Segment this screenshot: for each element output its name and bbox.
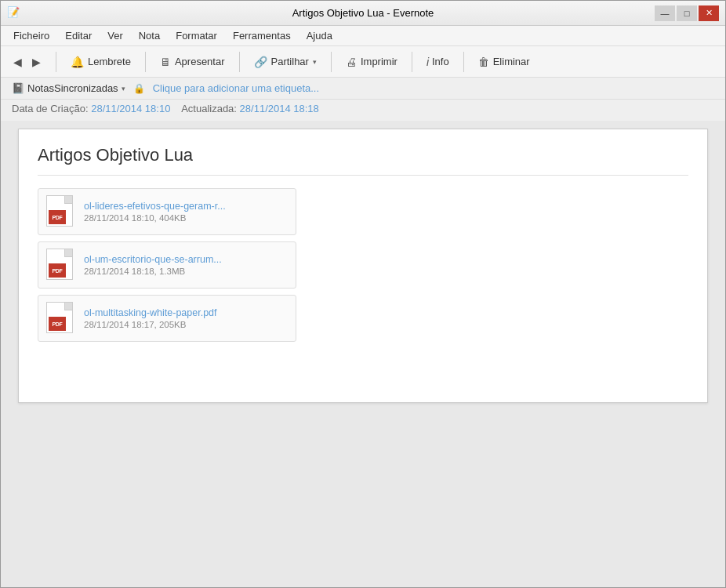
toolbar-separator-2: [145, 52, 146, 72]
file-name: ol-lideres-efetivos-que-geram-r...: [84, 201, 226, 212]
file-list: PDF ol-lideres-efetivos-que-geram-r... 2…: [38, 188, 688, 342]
menu-ajuda[interactable]: Ajuda: [300, 27, 339, 44]
file-page-icon: PDF: [46, 195, 73, 227]
toolbar-separator-3: [239, 52, 240, 72]
menu-editar[interactable]: Editar: [59, 27, 98, 44]
file-item[interactable]: PDF ol-multitasking-white-paper.pdf 28/1…: [38, 295, 296, 342]
note-area: 📓 NotasSincronizadas ▾ 🔒 Clique para adi…: [1, 78, 725, 587]
file-info: ol-um-escritorio-que-se-arrum... 28/11/2…: [84, 254, 222, 276]
notebook-dropdown-arrow: ▾: [122, 85, 125, 93]
info-label: Info: [432, 56, 449, 67]
pdf-text: PDF: [52, 268, 62, 274]
file-info: ol-lideres-efetivos-que-geram-r... 28/11…: [84, 201, 226, 223]
notebook-name: NotasSincronizadas: [27, 82, 118, 94]
menu-ver[interactable]: Ver: [101, 27, 129, 44]
note-content: Artigos Objetivo Lua PDF ol-lider: [18, 129, 708, 403]
file-icon-wrapper: PDF: [46, 195, 76, 228]
menu-bar: Ficheiro Editar Ver Nota Formatar Ferram…: [1, 26, 725, 46]
present-button[interactable]: 🖥 Apresentar: [152, 53, 233, 71]
minimize-button[interactable]: —: [655, 5, 675, 21]
print-button[interactable]: 🖨 Imprimir: [338, 53, 405, 71]
share-button[interactable]: 🔗 Partilhar ▾: [246, 53, 325, 71]
toolbar-separator-5: [412, 52, 412, 72]
file-meta: 28/11/2014 18:18, 1.3MB: [84, 267, 222, 276]
file-info: ol-multitasking-white-paper.pdf 28/11/20…: [84, 307, 217, 329]
nav-buttons: ◀ ▶: [9, 53, 45, 71]
share-arrow: ▾: [313, 58, 317, 66]
file-name: ol-um-escritorio-que-se-arrum...: [84, 254, 222, 265]
reminder-icon: 🔔: [71, 56, 84, 68]
info-button[interactable]: i Info: [419, 53, 457, 71]
note-content-wrapper: Artigos Objetivo Lua PDF ol-lider: [1, 121, 725, 587]
window-controls: — □ ✕: [655, 5, 719, 21]
app-window: 📝 Artigos Objetivo Lua - Evernote — □ ✕ …: [0, 0, 726, 588]
app-icon: 📝: [7, 6, 21, 20]
toolbar-separator-4: [331, 52, 332, 72]
present-label: Apresentar: [175, 56, 225, 67]
note-title: Artigos Objetivo Lua: [38, 145, 688, 176]
date-bar: Data de Criação: 28/11/2014 18:10 Actual…: [1, 100, 725, 121]
print-icon: 🖨: [346, 56, 357, 68]
file-icon-wrapper: PDF: [46, 249, 76, 281]
nav-back-button[interactable]: ◀: [9, 53, 26, 71]
pdf-badge: PDF: [49, 210, 66, 224]
title-bar: 📝 Artigos Objetivo Lua - Evernote — □ ✕: [1, 1, 725, 26]
updated-date: 28/11/2014 18:18: [240, 103, 319, 114]
pdf-text: PDF: [52, 321, 62, 327]
pdf-badge: PDF: [49, 317, 66, 331]
file-meta: 28/11/2014 18:17, 205KB: [84, 320, 217, 329]
window-title: Artigos Objetivo Lua - Evernote: [292, 7, 434, 19]
updated-label: Actualizada:: [181, 103, 237, 114]
menu-nota[interactable]: Nota: [132, 27, 166, 44]
created-date: 28/11/2014 18:10: [91, 103, 170, 114]
file-meta: 28/11/2014 18:10, 404KB: [84, 213, 226, 223]
nav-forward-button[interactable]: ▶: [27, 53, 45, 71]
note-meta-bar: 📓 NotasSincronizadas ▾ 🔒 Clique para adi…: [1, 78, 725, 100]
reminder-button[interactable]: 🔔 Lembrete: [63, 53, 139, 71]
reminder-label: Lembrete: [88, 56, 131, 67]
toolbar-separator-6: [463, 52, 464, 72]
file-page-icon: PDF: [46, 302, 73, 333]
delete-label: Eliminar: [493, 56, 530, 67]
maximize-button[interactable]: □: [677, 5, 697, 21]
pdf-text: PDF: [52, 215, 62, 220]
toolbar-separator-1: [56, 52, 56, 72]
present-icon: 🖥: [160, 56, 171, 68]
pdf-badge: PDF: [49, 263, 66, 278]
share-label: Partilhar: [271, 56, 309, 67]
menu-ficheiro[interactable]: Ficheiro: [7, 27, 56, 44]
toolbar: ◀ ▶ 🔔 Lembrete 🖥 Apresentar 🔗 Partilhar …: [1, 46, 725, 78]
file-name: ol-multitasking-white-paper.pdf: [84, 307, 217, 318]
delete-button[interactable]: 🗑 Eliminar: [470, 53, 538, 71]
lock-icon: 🔒: [133, 83, 145, 94]
info-icon: i: [427, 56, 429, 68]
file-icon-wrapper: PDF: [46, 302, 76, 335]
menu-ferramentas[interactable]: Ferramentas: [227, 27, 297, 44]
file-item[interactable]: PDF ol-um-escritorio-que-se-arrum... 28/…: [38, 241, 296, 289]
notebook-selector[interactable]: 📓 NotasSincronizadas ▾: [12, 82, 125, 94]
file-page-icon: PDF: [46, 249, 73, 280]
title-bar-left: 📝: [7, 6, 21, 20]
delete-icon: 🗑: [478, 56, 489, 68]
add-tag-link[interactable]: Clique para adicionar uma etiqueta...: [153, 82, 319, 94]
notebook-icon: 📓: [12, 82, 24, 94]
print-label: Imprimir: [361, 56, 397, 67]
menu-formatar[interactable]: Formatar: [169, 27, 223, 44]
created-label: Data de Criação:: [12, 103, 89, 114]
close-button[interactable]: ✕: [699, 5, 719, 21]
file-item[interactable]: PDF ol-lideres-efetivos-que-geram-r... 2…: [38, 188, 296, 235]
share-icon: 🔗: [254, 56, 267, 68]
